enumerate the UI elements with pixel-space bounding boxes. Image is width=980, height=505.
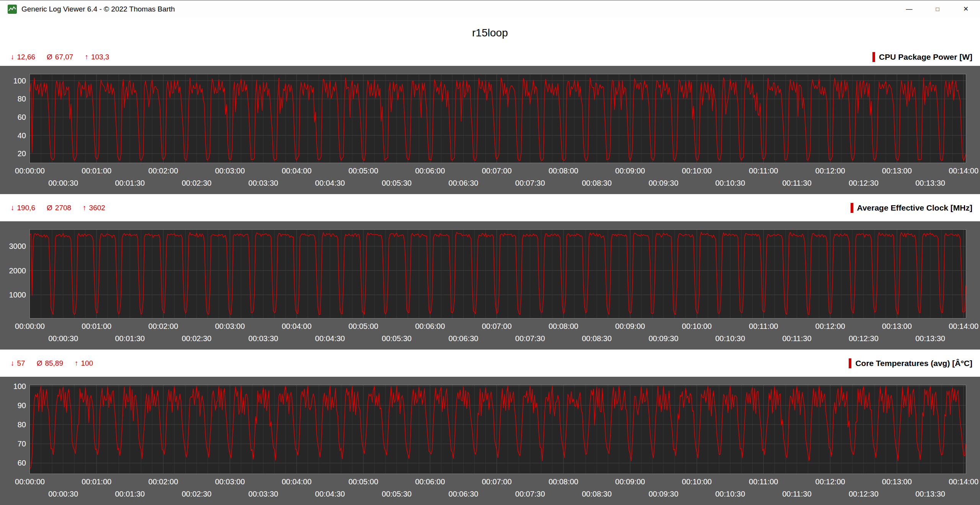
stat-min-value: 12,66 — [17, 53, 36, 61]
y-tick-label: 80 — [0, 420, 26, 429]
stats-effective-clock: ↓ 190,6 Ø 2708 ↑ 3602 — [11, 204, 105, 212]
x-tick-label: 00:01:30 — [103, 489, 157, 498]
stats-row-cpu-power: ↓ 12,66 Ø 67,07 ↑ 103,3 CPU Package Powe… — [0, 48, 980, 66]
legend-effective-clock: Average Effective Clock [MHz] — [851, 203, 972, 213]
x-tick-label: 00:00:30 — [36, 334, 90, 343]
x-tick-label: 00:06:30 — [436, 178, 490, 188]
x-tick-label: 00:03:30 — [237, 489, 290, 498]
stat-avg-value: 67,07 — [55, 53, 74, 61]
x-tick-label: 00:13:30 — [903, 178, 957, 188]
minimize-button[interactable]: — — [895, 0, 923, 18]
document-header: r15loop — [0, 18, 980, 48]
chart-section-cpu-package-power: ↓ 12,66 Ø 67,07 ↑ 103,3 CPU Package Powe… — [0, 48, 980, 194]
legend-label: Average Effective Clock [MHz] — [857, 203, 972, 212]
stats-core-temps: ↓ 57 Ø 85,89 ↑ 100 — [11, 359, 93, 368]
x-tick-label: 00:11:30 — [770, 489, 824, 498]
chart-panel-effective-clock: 300020001000 00:00:0000:01:0000:02:0000:… — [0, 221, 980, 350]
x-tick-label: 00:02:30 — [170, 178, 224, 188]
x-tick-label: 00:06:30 — [436, 489, 490, 498]
legend-color-bar — [849, 358, 851, 368]
x-tick-label: 00:01:00 — [70, 322, 123, 331]
stat-min-value: 57 — [17, 359, 25, 368]
x-tick-label: 00:06:00 — [403, 477, 457, 486]
stat-min: ↓ 12,66 — [11, 53, 35, 61]
stat-max: ↑ 103,3 — [85, 53, 109, 61]
plot-core-temps[interactable] — [30, 385, 966, 474]
x-tick-label: 00:04:30 — [303, 334, 357, 343]
x-tick-label: 00:08:30 — [570, 334, 624, 343]
x-tick-label: 00:01:00 — [70, 477, 123, 486]
plot-cpu-power[interactable] — [30, 74, 966, 163]
maximize-button[interactable]: □ — [923, 0, 952, 18]
x-tick-label: 00:03:00 — [203, 322, 257, 331]
x-tick-label: 00:07:30 — [503, 334, 557, 343]
stat-min-value: 190,6 — [17, 204, 36, 212]
y-tick-label: 80 — [0, 95, 26, 103]
x-tick-label: 00:13:30 — [903, 489, 957, 498]
x-tick-label: 00:08:00 — [537, 477, 590, 486]
stat-min: ↓ 57 — [11, 359, 25, 368]
y-tick-label: 70 — [0, 440, 26, 448]
stat-max: ↑ 100 — [75, 359, 93, 368]
chart-panel-core-temps: 10090807060 00:00:0000:01:0000:02:0000:0… — [0, 377, 980, 505]
y-tick-label: 100 — [0, 382, 26, 391]
stat-max: ↑ 3602 — [83, 204, 105, 212]
x-tick-label: 00:10:00 — [670, 477, 724, 486]
x-tick-label: 00:12:30 — [837, 334, 890, 343]
avg-icon: Ø — [47, 53, 52, 61]
x-tick-label: 00:07:00 — [470, 166, 524, 175]
x-tick-label: 00:12:30 — [837, 489, 890, 498]
y-tick-label: 60 — [0, 459, 26, 467]
x-tick-label: 00:12:00 — [804, 477, 857, 486]
min-arrow-icon: ↓ — [11, 359, 15, 368]
stat-avg-value: 85,89 — [45, 359, 63, 368]
max-arrow-icon: ↑ — [85, 53, 88, 61]
legend-core-temps: Core Temperatures (avg) [Â°C] — [849, 358, 972, 368]
plot-canvas — [30, 230, 966, 318]
plot-canvas — [30, 385, 966, 474]
x-tick-label: 00:13:00 — [870, 477, 924, 486]
x-tick-label: 00:11:00 — [737, 166, 791, 175]
x-tick-label: 00:02:00 — [136, 166, 190, 175]
min-arrow-icon: ↓ — [11, 53, 15, 61]
x-tick-label: 00:08:30 — [570, 178, 624, 188]
titlebar[interactable]: Generic Log Viewer 6.4 - © 2022 Thomas B… — [0, 0, 980, 18]
x-tick-label: 00:02:00 — [136, 477, 190, 486]
y-tick-label: 40 — [0, 131, 26, 140]
x-tick-label: 00:01:30 — [103, 178, 157, 188]
x-tick-label: 00:09:30 — [637, 489, 690, 498]
x-tick-label: 00:08:00 — [537, 322, 590, 331]
x-tick-label: 00:01:30 — [103, 334, 157, 343]
legend-label: CPU Package Power [W] — [879, 52, 972, 62]
min-arrow-icon: ↓ — [11, 204, 15, 212]
x-tick-label: 00:05:00 — [336, 322, 390, 331]
x-tick-label: 00:00:30 — [36, 489, 90, 498]
y-tick-label: 3000 — [0, 242, 26, 250]
x-tick-label: 00:09:30 — [637, 334, 690, 343]
x-tick-label: 00:07:00 — [470, 477, 524, 486]
stat-max-value: 103,3 — [91, 53, 109, 61]
avg-icon: Ø — [47, 204, 52, 212]
x-tick-label: 00:09:00 — [603, 322, 657, 331]
x-tick-label: 00:06:30 — [436, 334, 490, 343]
titlebar-left: Generic Log Viewer 6.4 - © 2022 Thomas B… — [0, 5, 175, 14]
legend-color-bar — [872, 52, 875, 62]
stat-avg-value: 2708 — [55, 204, 71, 212]
x-tick-label: 00:03:30 — [237, 334, 290, 343]
plot-effective-clock[interactable] — [30, 230, 966, 318]
y-tick-label: 100 — [0, 77, 26, 85]
close-button[interactable]: ✕ — [952, 0, 980, 18]
legend-cpu-power: CPU Package Power [W] — [872, 52, 972, 62]
page-title: r15loop — [472, 27, 508, 39]
x-tick-label: 00:09:00 — [603, 166, 657, 175]
x-tick-label: 00:01:00 — [70, 166, 123, 175]
chart-section-core-temperatures: ↓ 57 Ø 85,89 ↑ 100 Core Temperatures (av… — [0, 350, 980, 505]
x-tick-label: 00:14:00 — [937, 166, 980, 175]
x-tick-label: 00:13:30 — [903, 334, 957, 343]
max-arrow-icon: ↑ — [75, 359, 78, 368]
series-line — [30, 78, 966, 160]
stats-cpu-power: ↓ 12,66 Ø 67,07 ↑ 103,3 — [11, 53, 109, 61]
x-tick-label: 00:00:00 — [3, 166, 57, 175]
y-tick-label: 60 — [0, 113, 26, 121]
x-tick-label: 00:04:00 — [270, 322, 323, 331]
